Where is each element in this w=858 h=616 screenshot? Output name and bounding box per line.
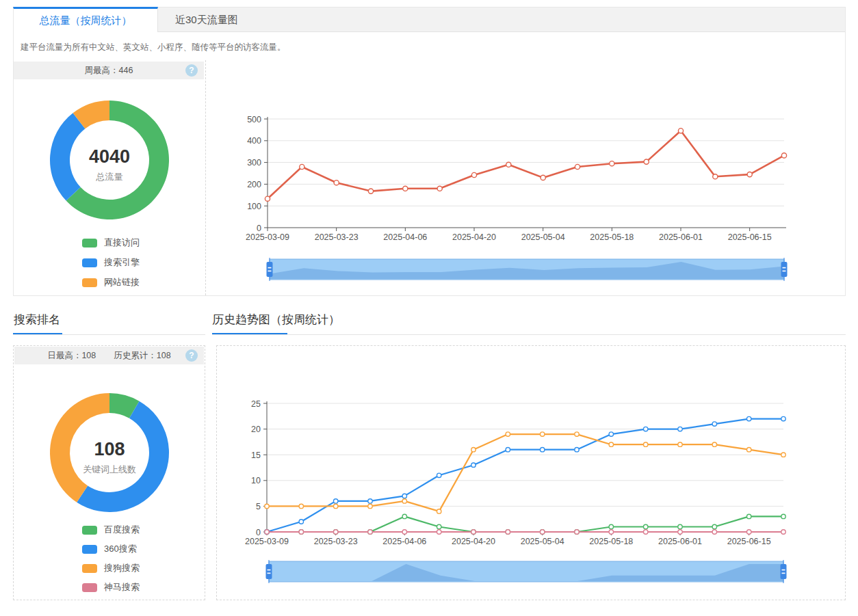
data-point[interactable] xyxy=(541,432,545,436)
data-point[interactable] xyxy=(368,499,372,503)
data-point[interactable] xyxy=(368,530,372,534)
tab-30day-traffic[interactable]: 近30天流量图 xyxy=(175,8,238,31)
legend-item-搜索引擎[interactable]: 搜索引擎 xyxy=(82,256,140,269)
legend-label: 网站链接 xyxy=(104,276,140,289)
data-point[interactable] xyxy=(437,530,441,534)
data-point[interactable] xyxy=(678,530,682,534)
data-point[interactable] xyxy=(781,453,785,457)
data-point[interactable] xyxy=(644,427,648,431)
data-point[interactable] xyxy=(471,530,476,534)
search-ranking-divider xyxy=(13,334,205,335)
data-point[interactable] xyxy=(609,524,613,528)
data-point[interactable] xyxy=(747,530,751,534)
data-point[interactable] xyxy=(334,180,339,185)
svg-text:200: 200 xyxy=(247,180,261,189)
datazoom-slider[interactable] xyxy=(267,258,788,281)
data-point[interactable] xyxy=(506,530,510,534)
tab-30day-traffic-label: 近30天流量图 xyxy=(175,14,238,25)
data-point[interactable] xyxy=(781,153,786,158)
data-point[interactable] xyxy=(781,530,785,534)
tab-weekly-traffic[interactable]: 总流量（按周统计） xyxy=(13,7,158,32)
data-point[interactable] xyxy=(334,530,338,534)
data-point[interactable] xyxy=(506,448,510,452)
legend-item-百度搜索[interactable]: 百度搜索 xyxy=(82,524,140,536)
data-point[interactable] xyxy=(471,463,476,467)
svg-text:2025-04-20: 2025-04-20 xyxy=(452,537,495,546)
data-point[interactable] xyxy=(437,186,442,191)
data-point[interactable] xyxy=(471,172,476,177)
data-point[interactable] xyxy=(644,524,648,528)
data-point[interactable] xyxy=(265,196,270,201)
legend-item-网站链接[interactable]: 网站链接 xyxy=(82,276,140,289)
data-point[interactable] xyxy=(747,416,751,420)
data-point[interactable] xyxy=(712,422,716,426)
data-point[interactable] xyxy=(541,530,545,534)
help-icon[interactable]: ? xyxy=(185,64,198,77)
data-point[interactable] xyxy=(402,514,406,518)
search-ranking-panel: 日最高：108 历史累计：108 ? 108关键词上线数 百度搜索360搜索搜狗… xyxy=(13,345,205,600)
data-point[interactable] xyxy=(575,530,579,534)
data-point[interactable] xyxy=(334,499,338,503)
legend-item-神马搜索[interactable]: 神马搜索 xyxy=(82,581,140,593)
data-point[interactable] xyxy=(781,514,785,518)
data-point[interactable] xyxy=(368,504,372,508)
help-icon[interactable]: ? xyxy=(185,349,198,362)
donut-segment-搜索引擎[interactable] xyxy=(50,113,85,200)
svg-text:2025-04-20: 2025-04-20 xyxy=(452,232,496,242)
data-point[interactable] xyxy=(712,530,716,534)
data-point[interactable] xyxy=(610,161,614,166)
data-point[interactable] xyxy=(713,174,718,179)
data-point[interactable] xyxy=(644,442,648,446)
history-trend-divider xyxy=(212,334,846,335)
data-point[interactable] xyxy=(575,164,580,169)
data-point[interactable] xyxy=(265,530,269,534)
data-point[interactable] xyxy=(678,129,683,133)
data-point[interactable] xyxy=(541,175,545,180)
svg-text:500: 500 xyxy=(247,115,261,124)
data-point[interactable] xyxy=(609,442,613,446)
data-point[interactable] xyxy=(609,432,613,436)
data-point[interactable] xyxy=(747,514,751,518)
data-point[interactable] xyxy=(334,504,338,508)
data-point[interactable] xyxy=(506,432,510,436)
data-point[interactable] xyxy=(678,442,682,446)
data-point[interactable] xyxy=(368,189,373,193)
data-point[interactable] xyxy=(609,530,613,534)
data-point[interactable] xyxy=(747,172,752,177)
data-point[interactable] xyxy=(402,494,406,498)
datazoom-slider[interactable] xyxy=(266,560,787,583)
data-point[interactable] xyxy=(299,504,303,508)
data-point[interactable] xyxy=(678,524,682,528)
data-point[interactable] xyxy=(644,530,648,534)
data-point[interactable] xyxy=(265,504,269,508)
daily-max-label: 日最高： xyxy=(47,351,81,360)
tab-weekly-traffic-label: 总流量（按周统计） xyxy=(40,14,132,27)
data-point[interactable] xyxy=(437,524,441,528)
data-point[interactable] xyxy=(402,499,406,503)
data-point[interactable] xyxy=(712,442,716,446)
data-point[interactable] xyxy=(644,159,649,164)
data-point[interactable] xyxy=(471,448,476,452)
data-point[interactable] xyxy=(678,427,682,431)
data-point[interactable] xyxy=(747,448,751,452)
legend-label: 搜索引擎 xyxy=(104,256,140,269)
data-point[interactable] xyxy=(506,162,511,167)
legend-label: 搜狗搜索 xyxy=(104,562,140,574)
legend-item-360搜索[interactable]: 360搜索 xyxy=(82,543,140,555)
svg-text:25: 25 xyxy=(251,399,261,409)
data-point[interactable] xyxy=(299,530,303,534)
data-point[interactable] xyxy=(575,432,579,436)
data-point[interactable] xyxy=(437,509,441,513)
data-point[interactable] xyxy=(575,448,579,452)
data-point[interactable] xyxy=(781,416,785,420)
data-point[interactable] xyxy=(712,524,716,528)
data-point[interactable] xyxy=(541,448,545,452)
data-point[interactable] xyxy=(437,473,441,477)
data-point[interactable] xyxy=(402,530,406,534)
svg-text:10: 10 xyxy=(251,476,261,485)
data-point[interactable] xyxy=(300,164,304,169)
data-point[interactable] xyxy=(403,186,408,191)
legend-item-直接访问[interactable]: 直接访问 xyxy=(82,237,140,249)
legend-item-搜狗搜索[interactable]: 搜狗搜索 xyxy=(82,562,140,574)
data-point[interactable] xyxy=(299,520,303,524)
